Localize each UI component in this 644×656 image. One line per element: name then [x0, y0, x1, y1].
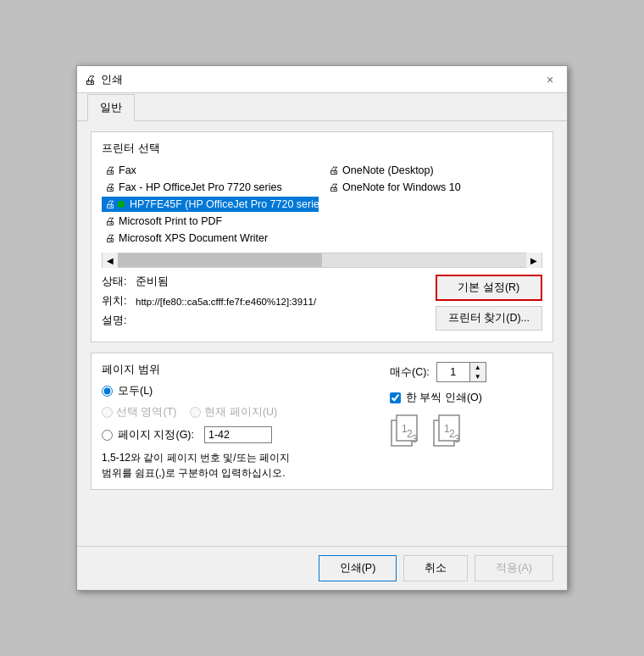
spinner-buttons: ▲ ▼ [470, 362, 486, 382]
cancel-button[interactable]: 취소 [403, 555, 468, 581]
location-row: 위치: http://[fe80::ca5a:cfff:fe7f:e460%12… [102, 294, 425, 309]
dialog-title: 인쇄 [101, 72, 123, 87]
location-value: http://[fe80::ca5a:cfff:fe7f:e460%12]:39… [136, 297, 316, 307]
printer-item-ms-pdf[interactable]: 🖨 Microsoft Print to PDF [102, 214, 319, 229]
copies-decrement-button[interactable]: ▼ [470, 372, 486, 381]
printer-item-hp7fe45f[interactable]: 🖨 HP7FE45F (HP OfficeJet Pro 7720 series… [102, 197, 319, 212]
collate-row: 한 부씩 인쇄(O) [390, 391, 542, 405]
printer-item-ms-xps[interactable]: 🖨 Microsoft XPS Document Writer [102, 231, 319, 246]
printer-list-scrollbar[interactable]: ◀ ▶ [102, 253, 542, 268]
printer-icon-fax-hp: 🖨 [105, 181, 115, 193]
svg-text:3: 3 [412, 433, 418, 445]
radio-current-item: 현재 페이지(U) [190, 405, 277, 420]
printer-icon-hp7fe45f: 🖨 [105, 198, 115, 210]
printer-icon-ms-xps: 🖨 [105, 232, 115, 244]
close-button[interactable]: × [540, 69, 560, 90]
printer-info-left: 상태: 준비됨 위치: http://[fe80::ca5a:cfff:fe7f… [102, 275, 425, 333]
printer-item-onenote-win10[interactable]: 🖨 OneNote for Windows 10 [325, 180, 542, 195]
page-range-input[interactable] [204, 426, 272, 443]
printer-icon-onenote-desktop: 🖨 [329, 164, 339, 176]
tab-general[interactable]: 일반 [87, 94, 135, 121]
radio-all-row: 모두(L) [102, 384, 376, 398]
copies-increment-button[interactable]: ▲ [470, 363, 486, 372]
location-label: 위치: [102, 294, 136, 309]
svg-text:3: 3 [454, 433, 460, 445]
dialog-icon: 🖨 [84, 73, 96, 86]
printer-icon-onenote-win10: 🖨 [329, 181, 339, 193]
comment-row: 설명: [102, 314, 425, 328]
tab-bar: 일반 [77, 93, 567, 121]
scroll-left-button[interactable]: ◀ [103, 253, 118, 268]
printer-section-title: 프린터 선택 [102, 141, 542, 156]
collate-icon-2: 1 2 3 [432, 414, 468, 449]
title-bar: 🖨 인쇄 × [77, 66, 567, 93]
copies-input[interactable] [436, 362, 470, 382]
page-range-section: 페이지 범위 모두(L) 선택 영역(T) [91, 353, 553, 490]
radio-selection-label[interactable]: 선택 영역(T) [116, 405, 176, 420]
title-bar-left: 🖨 인쇄 [84, 72, 123, 87]
printer-icon-fax: 🖨 [105, 164, 115, 176]
radio-current[interactable] [190, 407, 201, 418]
radio-pages-label[interactable]: 페이지 지정(G): [118, 428, 194, 442]
radio-all-label[interactable]: 모두(L) [118, 384, 153, 398]
print-dialog: 🖨 인쇄 × 일반 프린터 선택 🖨 Fax 🖨 OneNote (Deskto… [76, 65, 568, 591]
page-range-hint: 1,5-12와 같이 페이지 번호 및/또는 페이지범위를 쉼표(,)로 구분하… [102, 450, 376, 481]
radio-selection-item: 선택 영역(T) [102, 405, 176, 420]
scroll-thumb [118, 253, 322, 267]
collate-label[interactable]: 한 부씩 인쇄(O) [406, 391, 482, 405]
print-button[interactable]: 인쇄(P) [319, 555, 397, 581]
radio-all[interactable] [102, 386, 113, 397]
radio-pages-row: 페이지 지정(G): [102, 426, 376, 443]
collate-icons: 1 2 3 1 2 3 [390, 414, 542, 449]
page-range-title: 페이지 범위 [102, 362, 376, 377]
printer-item-onenote-desktop[interactable]: 🖨 OneNote (Desktop) [325, 163, 542, 178]
printer-selection-section: 프린터 선택 🖨 Fax 🖨 OneNote (Desktop) 🖨 Fax -… [91, 131, 553, 342]
status-row: 상태: 준비됨 [102, 275, 425, 289]
scroll-track [118, 253, 526, 267]
status-label: 상태: [102, 275, 136, 289]
collate-icon-1: 1 2 3 [390, 414, 425, 449]
printer-item-fax-hp[interactable]: 🖨 Fax - HP OfficeJet Pro 7720 series [102, 180, 319, 195]
page-range-left: 페이지 범위 모두(L) 선택 영역(T) [102, 362, 376, 481]
copies-right: 매수(C): ▲ ▼ 한 부씩 인쇄(O) [390, 362, 542, 481]
find-printer-button[interactable]: 프린터 찾기(D)... [436, 306, 542, 331]
radio-selection[interactable] [102, 407, 113, 418]
printer-list: 🖨 Fax 🖨 OneNote (Desktop) 🖨 Fax - HP Off… [102, 163, 542, 246]
radio-pages[interactable] [102, 430, 113, 441]
copies-label: 매수(C): [390, 365, 430, 380]
dialog-body: 프린터 선택 🖨 Fax 🖨 OneNote (Desktop) 🖨 Fax -… [77, 121, 567, 546]
printer-icon-ms-pdf: 🖨 [105, 215, 115, 227]
printer-info: 상태: 준비됨 위치: http://[fe80::ca5a:cfff:fe7f… [102, 275, 542, 333]
comment-label: 설명: [102, 314, 136, 328]
printer-item-fax[interactable]: 🖨 Fax [102, 163, 319, 178]
status-value: 준비됨 [136, 275, 169, 289]
radio-row-inline: 선택 영역(T) 현재 페이지(U) [102, 405, 376, 420]
collate-checkbox[interactable] [390, 392, 401, 403]
radio-current-label[interactable]: 현재 페이지(U) [204, 405, 277, 420]
printer-info-right: 기본 설정(R) 프린터 찾기(D)... [436, 275, 542, 331]
copies-row: 매수(C): ▲ ▼ [390, 362, 542, 382]
page-range-options: 모두(L) 선택 영역(T) 현재 페이지(U) [102, 384, 376, 443]
page-range-copies-wrapper: 페이지 범위 모두(L) 선택 영역(T) [102, 362, 542, 481]
default-settings-button[interactable]: 기본 설정(R) [436, 275, 542, 301]
selected-printer-indicator [118, 201, 125, 208]
copies-spinner: ▲ ▼ [436, 362, 486, 382]
dialog-footer: 인쇄(P) 취소 적용(A) [77, 546, 567, 590]
apply-button[interactable]: 적용(A) [475, 555, 553, 581]
scroll-right-button[interactable]: ▶ [526, 253, 541, 268]
